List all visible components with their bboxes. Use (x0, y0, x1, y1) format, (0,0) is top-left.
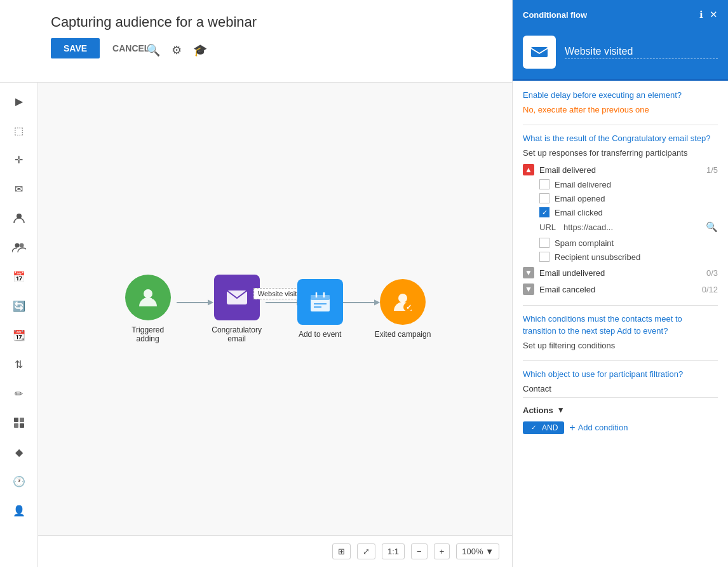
conditions-question: Which conditions must the contacts meet … (523, 313, 718, 336)
sidebar-item-calendar[interactable]: 📅 (7, 264, 31, 289)
expand-undelivered-icon: ▼ (523, 267, 534, 278)
actions-row: Actions ▼ (523, 406, 718, 415)
sidebar-item-diamond[interactable]: ◆ (7, 440, 31, 464)
sidebar-item-move[interactable]: ✛ (7, 147, 31, 172)
and-label: AND (542, 423, 558, 432)
node-exited[interactable]: ✓ Exited campaign (375, 279, 431, 339)
add-condition-button[interactable]: + Add condition (569, 422, 628, 434)
sidebar-item-refresh[interactable]: 🔄 (7, 294, 31, 318)
sidebar-item-cursor[interactable]: ▶ (7, 89, 31, 113)
divider-2 (523, 305, 718, 306)
sidebar-item-email[interactable]: ✉ (7, 177, 31, 201)
actions-dropdown-icon[interactable]: ▼ (557, 406, 565, 414)
info-icon[interactable]: ℹ (699, 9, 703, 20)
checkbox-unsubscribed: Recipient unsubscribed (523, 252, 718, 262)
sidebar-item-sort[interactable]: ⇅ (7, 352, 31, 376)
actions-label: Actions (523, 406, 553, 415)
result-subtitle: Set up responses for transferring partic… (523, 148, 718, 158)
search-icon[interactable]: 🔍 (146, 43, 160, 57)
zoom-out-button[interactable]: − (411, 543, 428, 559)
panel-node-icon (523, 36, 556, 69)
email-canceled-count: 0/12 (702, 285, 718, 294)
zoom-reset-button[interactable]: 1:1 (382, 543, 405, 559)
url-value: https://acad... (563, 222, 701, 232)
panel-node-info: Website visited (513, 29, 728, 81)
checkbox-spam: Spam complaint (523, 238, 718, 248)
email-canceled-label: Email canceled (539, 285, 595, 294)
layout-button[interactable]: ⊞ (332, 543, 351, 559)
cb-unsubscribed-label: Recipient unsubscribed (555, 252, 640, 262)
cb-unsubscribed[interactable] (539, 252, 549, 262)
sidebar-item-group[interactable] (7, 235, 31, 259)
cb-email-clicked[interactable]: ✓ (539, 207, 549, 217)
help-icon[interactable]: 🎓 (193, 43, 207, 57)
svg-rect-4 (20, 418, 24, 422)
sidebar-item-flow[interactable] (7, 411, 31, 435)
canvas: + Triggered adding Congratulatory email … (38, 83, 512, 535)
sidebar-item-date[interactable]: 📆 (7, 323, 31, 347)
svg-rect-5 (14, 423, 18, 428)
settings-icon[interactable]: ⚙ (172, 43, 182, 57)
header-right-icons: 🔍 ⚙ 🎓 (146, 43, 207, 57)
cb-email-opened[interactable] (539, 193, 549, 203)
add-event-node-label: Add to event (299, 330, 341, 339)
svg-rect-19 (531, 47, 548, 57)
connector-3 (343, 302, 375, 303)
divider-1 (523, 125, 718, 125)
zoom-in-button[interactable]: + (434, 543, 450, 559)
sidebar-item-clock[interactable]: 🕐 (7, 469, 31, 493)
svg-rect-6 (20, 423, 24, 428)
sidebar-item-edit[interactable]: ✏ (7, 381, 31, 406)
filter-subtitle: Set up filtering conditions (523, 341, 718, 350)
checkbox-email-clicked: ✓ Email clicked (523, 207, 718, 217)
checkbox-email-opened: Email opened (523, 193, 718, 203)
fit-button[interactable]: ⤢ (357, 543, 375, 559)
cb-email-clicked-label: Email clicked (555, 208, 603, 217)
email-canceled-header[interactable]: ▼ Email canceled 0/12 (523, 284, 718, 295)
panel-header-title: Conditional flow (523, 10, 587, 20)
connector-2: Website visited (266, 302, 297, 303)
sidebar: ▶ ⬚ ✛ ✉ 📅 🔄 📆 ⇅ ✏ ◆ 🕐 👤 (0, 83, 38, 567)
exited-node-icon: ✓ (380, 279, 426, 325)
sidebar-item-user[interactable]: 👤 (7, 498, 31, 523)
checkbox-email-delivered: Email delivered (523, 179, 718, 189)
email-undelivered-count: 0/3 (706, 268, 718, 278)
url-search-icon[interactable]: 🔍 (706, 221, 718, 233)
email-undelivered-group: ▼ Email undelivered 0/3 (523, 267, 718, 278)
url-row: URL https://acad... 🔍 (523, 221, 718, 233)
email-delivered-header[interactable]: ▲ Email delivered 1/5 (523, 164, 718, 175)
zoom-level[interactable]: 100% ▼ (456, 543, 499, 559)
node-triggered[interactable]: + Triggered adding (119, 275, 177, 343)
svg-point-1 (15, 243, 19, 248)
and-checkbox[interactable]: ✓ (529, 423, 538, 432)
svg-text:✓: ✓ (406, 303, 412, 311)
cb-spam[interactable] (539, 238, 549, 248)
delay-section: Enable delay before executing an element… (523, 90, 718, 114)
node-add-to-event[interactable]: Add to event (297, 279, 343, 339)
svg-text:+: + (151, 294, 154, 301)
sidebar-item-person[interactable] (7, 206, 31, 230)
cb-spam-label: Spam complaint (555, 238, 614, 248)
triggered-node-icon: + (125, 275, 171, 320)
add-condition-label: Add condition (578, 423, 628, 432)
email-undelivered-label: Email undelivered (539, 268, 605, 278)
exited-node-label: Exited campaign (375, 330, 431, 339)
and-badge: ✓ AND (523, 421, 564, 434)
node-congratulatory[interactable]: Congratulatory email (208, 275, 266, 343)
email-delivered-count: 1/5 (706, 165, 718, 175)
panel-header-icons: ℹ ✕ (699, 9, 718, 20)
canvas-toolbar: ⊞ ⤢ 1:1 − + 100% ▼ (38, 535, 512, 567)
sidebar-item-select[interactable]: ⬚ (7, 118, 31, 142)
cb-email-opened-label: Email opened (555, 194, 605, 203)
panel-node-title: Website visited (565, 46, 718, 59)
cb-email-delivered[interactable] (539, 179, 549, 189)
add-icon: + (569, 422, 575, 434)
close-icon[interactable]: ✕ (710, 9, 718, 20)
url-label: URL (539, 222, 558, 232)
panel-body: Enable delay before executing an element… (513, 81, 728, 443)
svg-point-2 (19, 243, 24, 248)
triggered-node-label: Triggered adding (119, 325, 177, 343)
save-button[interactable]: SAVE (51, 38, 100, 58)
email-delivered-label: Email delivered (539, 165, 596, 175)
email-undelivered-header[interactable]: ▼ Email undelivered 0/3 (523, 267, 718, 278)
